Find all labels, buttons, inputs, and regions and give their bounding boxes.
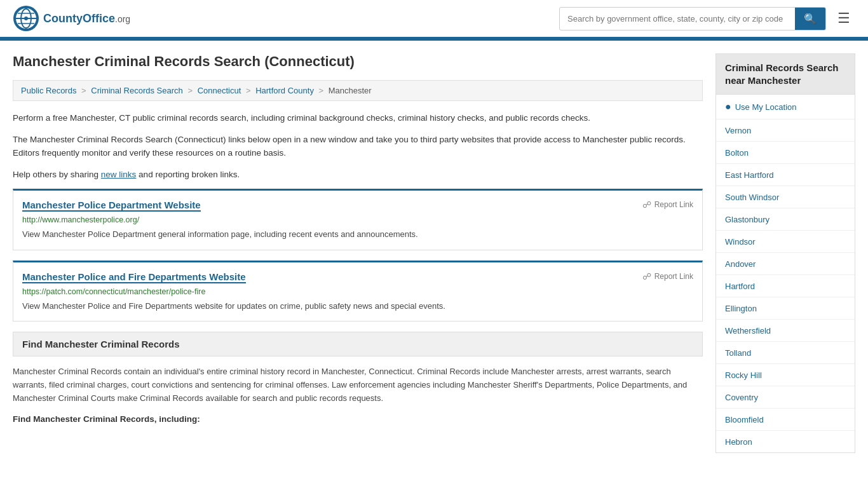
svg-point-6 — [24, 17, 28, 20]
result-2-title[interactable]: Manchester Police and Fire Departments W… — [22, 271, 246, 283]
report-link-1[interactable]: ☍ Report Link — [642, 200, 693, 210]
breadcrumb-sep-3: > — [246, 86, 251, 95]
result-card-2-header: Manchester Police and Fire Departments W… — [22, 271, 693, 283]
section-body-text: Manchester Criminal Records contain an i… — [13, 365, 703, 405]
breadcrumb-sep-4: > — [319, 86, 324, 95]
sidebar-item-windsor[interactable]: Windsor — [716, 231, 855, 253]
hamburger-menu-icon[interactable]: ☰ — [832, 8, 855, 29]
sidebar-item-bolton[interactable]: Bolton — [716, 142, 855, 164]
report-link-2[interactable]: ☍ Report Link — [642, 271, 693, 281]
intro3-suffix: and reporting broken links. — [136, 170, 240, 179]
report-icon-2: ☍ — [642, 271, 651, 281]
result-1-url[interactable]: http://www.manchesterpolice.org/ — [22, 215, 693, 224]
location-pin-icon: ● — [725, 101, 731, 112]
breadcrumb-public-records[interactable]: Public Records — [21, 86, 76, 95]
breadcrumb-manchester: Manchester — [329, 86, 372, 95]
sidebar-item-vernon[interactable]: Vernon — [716, 119, 855, 142]
sidebar-item-bloomfield[interactable]: Bloomfield — [716, 409, 855, 431]
logo-text: CountyOffice.org — [43, 12, 130, 25]
report-label-1: Report Link — [654, 200, 693, 209]
use-location-link[interactable]: Use My Location — [735, 102, 797, 112]
intro-para-2: The Manchester Criminal Records Search (… — [13, 133, 703, 160]
result-1-desc: View Manchester Police Department genera… — [22, 228, 693, 241]
sidebar-item-coventry[interactable]: Coventry — [716, 386, 855, 409]
search-input[interactable] — [560, 9, 795, 29]
breadcrumb-criminal-records[interactable]: Criminal Records Search — [91, 86, 183, 95]
new-links-link[interactable]: new links — [101, 170, 137, 179]
main-layout: Manchester Criminal Records Search (Conn… — [0, 41, 868, 466]
sidebar-item-hartford[interactable]: Hartford — [716, 275, 855, 297]
breadcrumb-hartford[interactable]: Hartford County — [255, 86, 314, 95]
section-header: Find Manchester Criminal Records — [13, 332, 703, 356]
sidebar-title: Criminal Records Search near Manchester — [715, 53, 855, 95]
breadcrumb-connecticut[interactable]: Connecticut — [198, 86, 241, 95]
result-card-1: Manchester Police Department Website ☍ R… — [13, 189, 703, 250]
sidebar-item-wethersfield[interactable]: Wethersfield — [716, 320, 855, 342]
logo-area: CountyOffice.org — [13, 5, 130, 32]
sidebar-item-east-hartford[interactable]: East Hartford — [716, 164, 855, 186]
header: CountyOffice.org 🔍 ☰ — [0, 0, 868, 39]
sidebar-list: ● Use My Location Vernon Bolton East Har… — [715, 95, 855, 453]
result-1-title[interactable]: Manchester Police Department Website — [22, 200, 201, 212]
sidebar-item-tolland[interactable]: Tolland — [716, 342, 855, 364]
report-label-2: Report Link — [654, 272, 693, 281]
content-area: Manchester Criminal Records Search (Conn… — [13, 53, 703, 453]
logo-icon — [13, 5, 39, 32]
search-bar: 🔍 — [559, 7, 826, 30]
sidebar-item-glastonbury[interactable]: Glastonbury — [716, 208, 855, 231]
breadcrumb-sep-2: > — [187, 86, 193, 95]
report-icon-1: ☍ — [642, 200, 651, 210]
result-card-1-header: Manchester Police Department Website ☍ R… — [22, 200, 693, 212]
sidebar-item-south-windsor[interactable]: South Windsor — [716, 186, 855, 208]
result-card-2: Manchester Police and Fire Departments W… — [13, 261, 703, 322]
sidebar-item-hebron[interactable]: Hebron — [716, 431, 855, 452]
intro-para-3: Help others by sharing new links and rep… — [13, 168, 703, 182]
intro3-prefix: Help others by sharing — [13, 170, 101, 179]
section-footer-bold: Find Manchester Criminal Records, includ… — [13, 414, 703, 424]
breadcrumb: Public Records > Criminal Records Search… — [13, 80, 703, 101]
sidebar-item-ellington[interactable]: Ellington — [716, 297, 855, 320]
sidebar: Criminal Records Search near Manchester … — [715, 53, 855, 453]
sidebar-item-andover[interactable]: Andover — [716, 253, 855, 275]
use-my-location[interactable]: ● Use My Location — [716, 95, 855, 119]
sidebar-item-rocky-hill[interactable]: Rocky Hill — [716, 364, 855, 386]
search-button[interactable]: 🔍 — [795, 8, 825, 30]
result-2-url[interactable]: https://patch.com/connecticut/manchester… — [22, 287, 693, 296]
result-2-desc: View Manchester Police and Fire Departme… — [22, 300, 693, 313]
intro-para-1: Perform a free Manchester, CT public cri… — [13, 111, 703, 125]
header-right: 🔍 ☰ — [559, 7, 855, 30]
page-title: Manchester Criminal Records Search (Conn… — [13, 53, 703, 70]
breadcrumb-sep-1: > — [81, 86, 86, 95]
